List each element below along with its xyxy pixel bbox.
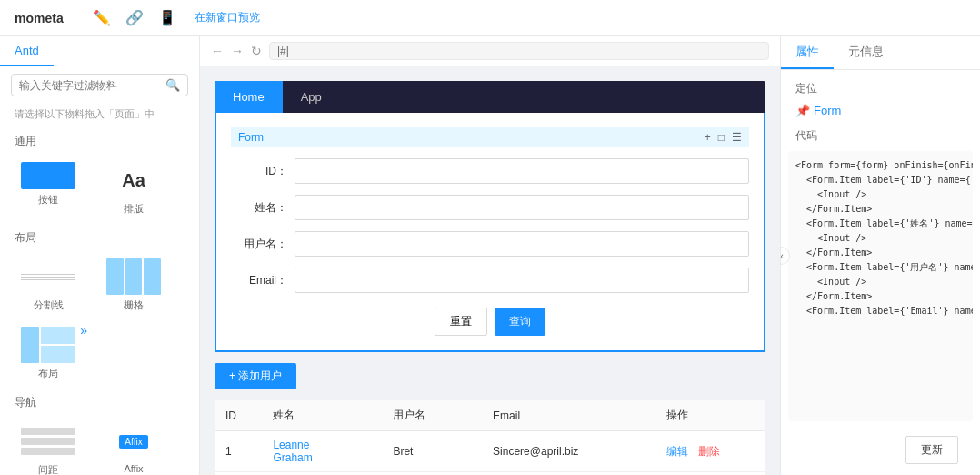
- data-table: ID 姓名 用户名 Email 操作 1 LeanneGraham Bret S…: [215, 400, 765, 475]
- cell-email-2: Shanna@melissa.tv: [482, 472, 655, 476]
- topbar: mometa ✏️ 🔗 📱 在新窗口预览: [0, 0, 980, 36]
- affix-text: Affix: [119, 435, 147, 449]
- right-panel: « 属性 元信息 定位 📌 Form 代码 <Form form={form} …: [780, 36, 980, 475]
- back-button[interactable]: ←: [211, 44, 224, 58]
- update-button-container: 更新: [781, 425, 980, 475]
- btn-line-3: [32, 180, 65, 186]
- form-menu-icon[interactable]: ☰: [732, 131, 742, 144]
- refresh-button[interactable]: ↻: [251, 44, 262, 58]
- grid-label: 栅格: [124, 298, 144, 312]
- divider-label: 分割线: [34, 298, 64, 312]
- left-sidebar: Antd 🔍 请选择以下物料拖入「页面」中 通用 按钮 Aa: [0, 36, 200, 475]
- cell-email-1: Sincere@april.biz: [482, 431, 655, 472]
- col-name: 姓名: [262, 400, 382, 431]
- form-header-actions: + □ ☰: [705, 131, 742, 144]
- form-container: Form + □ ☰ ID： 姓名： 用户名：: [215, 113, 765, 352]
- nav-item-home[interactable]: Home: [215, 81, 283, 113]
- cell-username-1: Bret: [382, 431, 482, 472]
- input-username[interactable]: [295, 231, 749, 257]
- layout-items: 分割线 栅格 布局 »: [0, 249, 199, 389]
- layout-preview: [21, 327, 75, 363]
- edit-icon[interactable]: ✏️: [93, 9, 111, 26]
- table-row: 2 Ervin Howell Antonette Shanna@melissa.…: [215, 472, 765, 476]
- grid-col-3: [144, 258, 161, 295]
- update-button[interactable]: 更新: [905, 436, 958, 464]
- affix-label: Affix: [124, 463, 143, 474]
- form-header-label: Form: [238, 131, 264, 144]
- form-copy-icon[interactable]: □: [718, 131, 725, 144]
- preview-link[interactable]: 在新窗口预览: [195, 10, 260, 25]
- sidebar-item-typography[interactable]: Aa 排版: [93, 157, 175, 221]
- section-general: 通用: [0, 128, 199, 153]
- form-location-link[interactable]: 📌 Form: [781, 100, 980, 121]
- forward-button[interactable]: →: [231, 44, 244, 58]
- cell-username-2: Antonette: [382, 472, 482, 476]
- typography-label: 排版: [124, 202, 144, 216]
- btn-lines: [32, 166, 65, 186]
- form-add-icon[interactable]: +: [705, 131, 711, 144]
- delete-button-1[interactable]: 删除: [698, 445, 720, 458]
- col-id: ID: [215, 400, 262, 431]
- location-section-title: 定位: [781, 70, 980, 100]
- sidebar-item-button[interactable]: 按钮: [7, 157, 89, 221]
- form-link-text[interactable]: Form: [814, 104, 841, 117]
- label-name: 姓名：: [231, 200, 295, 216]
- form-header: Form + □ ☰: [231, 127, 749, 147]
- cell-action-1: 编辑 删除: [655, 431, 765, 472]
- form-buttons: 重置 查询: [231, 308, 749, 336]
- divider-line-2: [21, 277, 75, 278]
- layout-left: [21, 327, 39, 363]
- link-icon[interactable]: 🔗: [125, 9, 144, 26]
- col-username: 用户名: [382, 400, 482, 431]
- input-id[interactable]: [295, 158, 749, 184]
- query-button[interactable]: 查询: [495, 308, 545, 336]
- sidebar-item-grid[interactable]: 栅格: [93, 253, 175, 318]
- section-layout: 布局: [0, 225, 199, 249]
- url-bar[interactable]: |#|: [269, 42, 769, 60]
- code-block: <Form form={form} onFinish={onFinish} la…: [788, 151, 973, 421]
- divider-preview: [21, 258, 75, 295]
- general-items: 按钮 Aa 排版: [0, 153, 199, 225]
- layout-row-1: [41, 327, 75, 344]
- layout-right: [41, 327, 75, 363]
- grid-col-1: [106, 258, 124, 295]
- expand-icon[interactable]: »: [80, 323, 87, 338]
- reset-button[interactable]: 重置: [435, 308, 487, 336]
- pin-icon: 📌: [795, 104, 810, 117]
- input-email[interactable]: [295, 268, 749, 293]
- add-user-button[interactable]: + 添加用户: [215, 363, 296, 389]
- divider-line-3: [21, 279, 75, 280]
- sidebar-item-divider[interactable]: 分割线: [7, 253, 89, 318]
- search-icon[interactable]: 🔍: [165, 78, 180, 92]
- device-icon[interactable]: 📱: [158, 9, 176, 26]
- layout-label: 布局: [38, 367, 58, 380]
- center-canvas: ← → ↻ |#| Home App Form + □ ☰: [200, 36, 780, 475]
- search-container: 🔍: [11, 74, 188, 96]
- gap-label: 间距: [38, 463, 58, 475]
- edit-button-1[interactable]: 编辑: [666, 445, 688, 458]
- input-name[interactable]: [295, 195, 749, 220]
- nav-item-app[interactable]: App: [283, 81, 340, 113]
- form-row-name: 姓名：: [231, 195, 749, 220]
- cell-name-2: Ervin Howell: [262, 472, 382, 476]
- sidebar-item-layout[interactable]: 布局 »: [7, 321, 89, 386]
- section-nav: 导航: [0, 389, 199, 414]
- sidebar-hint: 请选择以下物料拖入「页面」中: [0, 104, 199, 128]
- main-layout: Antd 🔍 请选择以下物料拖入「页面」中 通用 按钮 Aa: [0, 36, 980, 475]
- tab-properties[interactable]: 属性: [781, 36, 834, 69]
- code-section-title: 代码: [781, 121, 980, 147]
- search-input[interactable]: [19, 79, 165, 92]
- btn-line-2: [32, 173, 55, 178]
- tab-meta[interactable]: 元信息: [834, 36, 898, 69]
- sidebar-item-gap[interactable]: 间距: [7, 418, 89, 475]
- name-link-1[interactable]: LeanneGraham: [273, 439, 312, 464]
- sidebar-tab-antd[interactable]: Antd: [0, 36, 54, 66]
- label-id: ID：: [231, 164, 295, 179]
- button-preview: [21, 162, 75, 189]
- page-nav: Home App: [215, 81, 765, 113]
- browser-bar: ← → ↻ |#|: [200, 36, 780, 66]
- gap-block-3: [21, 448, 75, 455]
- sidebar-item-affix[interactable]: Affix Affix: [93, 418, 175, 475]
- cell-action-2: 编辑 删除: [655, 472, 765, 476]
- right-panel-tabs: 属性 元信息: [781, 36, 980, 70]
